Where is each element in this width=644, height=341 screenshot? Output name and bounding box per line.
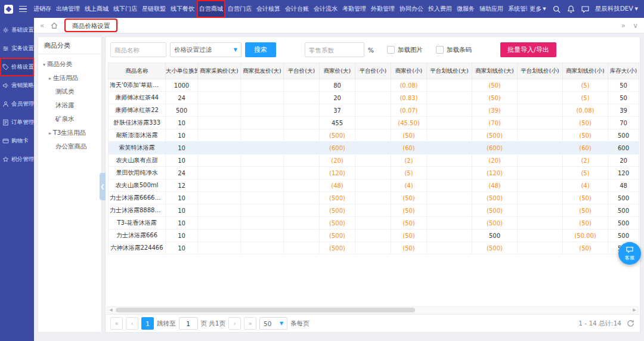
price-cell[interactable]: (500) (472, 217, 518, 230)
price-cell[interactable] (355, 230, 391, 242)
price-cell[interactable]: (600) (320, 142, 355, 154)
price-cell[interactable]: (500) (320, 204, 355, 217)
price-cell[interactable] (241, 204, 284, 217)
message-icon[interactable] (581, 5, 590, 14)
price-cell[interactable]: (20) (472, 154, 518, 167)
sidebar-item[interactable]: 价格设置 (0, 58, 34, 76)
price-cell[interactable]: (500) (320, 129, 355, 142)
price-cell[interactable]: 500 (608, 192, 639, 204)
price-cell[interactable] (427, 104, 472, 117)
price-cell[interactable]: 20 (608, 154, 639, 167)
price-cell[interactable]: (2) (563, 154, 608, 167)
price-cell[interactable]: (50) (472, 79, 518, 92)
price-cell[interactable]: (60) (391, 142, 427, 154)
price-cell[interactable] (355, 142, 391, 154)
price-cell[interactable]: 500 (608, 217, 639, 230)
price-cell[interactable]: (500) (320, 230, 355, 242)
search-icon[interactable] (552, 5, 561, 14)
price-cell[interactable] (427, 217, 472, 230)
price-cell[interactable]: (500) (472, 242, 518, 255)
price-cell[interactable]: (48) (472, 179, 518, 192)
price-cell[interactable]: 1000 (166, 79, 198, 92)
expand-arrow-icon[interactable]: ▸ (49, 131, 51, 136)
last-page-button[interactable]: » (244, 317, 256, 330)
price-cell[interactable] (355, 179, 391, 192)
price-cell[interactable] (241, 217, 284, 230)
search-button[interactable]: 搜索 (245, 42, 276, 57)
price-cell[interactable]: (39) (472, 104, 518, 117)
price-cell[interactable]: (0.08) (563, 104, 608, 117)
price-cell[interactable] (427, 129, 472, 142)
price-cell[interactable]: 37 (320, 104, 355, 117)
price-cell[interactable]: 10 (166, 242, 198, 255)
nav-item[interactable]: 星链联盟 (140, 0, 168, 18)
price-cell[interactable]: 500 (166, 104, 198, 117)
table-row[interactable]: 索芙特沐浴露10(600)(60)(600)(60)600 (109, 142, 639, 154)
price-cell[interactable]: 48 (608, 179, 639, 192)
price-cell[interactable] (355, 117, 391, 129)
price-cell[interactable] (355, 154, 391, 167)
nav-item[interactable]: 线上商城 (82, 0, 111, 18)
price-cell[interactable]: (50.00) (563, 230, 608, 242)
price-cell[interactable]: (60) (563, 142, 608, 154)
nav-item-more[interactable]: 更多▼ (527, 5, 548, 13)
price-cell[interactable] (198, 154, 241, 167)
price-cell[interactable]: 10 (166, 204, 198, 217)
price-cell[interactable]: (500) (472, 129, 518, 142)
price-cell[interactable]: (48) (320, 179, 355, 192)
price-cell[interactable] (241, 192, 284, 204)
load-barcode-checkbox[interactable]: 加载条码 (436, 46, 472, 54)
price-cell[interactable]: (50) (391, 192, 427, 204)
price-cell[interactable]: 12 (166, 179, 198, 192)
price-cell[interactable]: 455 (320, 117, 355, 129)
expand-arrow-icon[interactable]: ▸ (49, 76, 51, 81)
horizontal-scrollbar[interactable]: ◀ ▶ (107, 306, 639, 314)
price-cell[interactable] (198, 142, 241, 154)
price-cell[interactable] (241, 92, 284, 104)
price-cell[interactable]: (4) (563, 179, 608, 192)
price-cell[interactable] (427, 79, 472, 92)
price-cell[interactable]: (50) (563, 117, 608, 129)
sidebar-item[interactable]: 积分管理 (0, 150, 34, 169)
tab-product-price-settings[interactable]: 商品价格设置 (66, 20, 116, 31)
tree-item[interactable]: 办公室商品 (38, 140, 101, 153)
price-cell[interactable]: (50) (563, 129, 608, 142)
sidebar-item[interactable]: 会员管理 (0, 95, 34, 113)
price-cell[interactable] (355, 104, 391, 117)
price-cell[interactable]: (0.08) (391, 79, 427, 92)
current-page-button[interactable]: 1 (141, 317, 154, 330)
price-cell[interactable] (284, 142, 320, 154)
price-cell[interactable] (427, 230, 472, 242)
price-cell[interactable]: 500 (472, 230, 518, 242)
collapse-arrow-icon[interactable]: ▾ (43, 62, 45, 67)
price-cell[interactable] (241, 79, 284, 92)
price-cell[interactable]: (2) (391, 154, 427, 167)
sidebar-item[interactable]: 基础设置 (0, 21, 34, 39)
price-cell[interactable]: (50) (391, 230, 427, 242)
price-cell[interactable] (198, 92, 241, 104)
price-cell[interactable] (518, 179, 563, 192)
price-cell[interactable]: (600) (472, 142, 518, 154)
price-cell[interactable]: (120) (320, 167, 355, 179)
table-row[interactable]: 康师傅冰红茶442420(0.83)(50)(5)50 (109, 92, 639, 104)
price-cell[interactable]: 500 (608, 204, 639, 217)
price-cell[interactable]: (50) (563, 242, 608, 255)
nav-item[interactable]: 考勤管理 (340, 0, 369, 18)
table-row[interactable]: 景田饮用纯净水24(120)(5)(120)(5)120 (109, 167, 639, 179)
price-cell[interactable] (355, 167, 391, 179)
price-cell[interactable]: (5) (563, 92, 608, 104)
price-cell[interactable] (427, 192, 472, 204)
price-cell[interactable]: (50) (391, 242, 427, 255)
price-cell[interactable] (241, 230, 284, 242)
price-cell[interactable] (427, 242, 472, 255)
table-row[interactable]: 力士沐浴露66610(500)(50)500(50.00)500 (109, 230, 639, 242)
price-cell[interactable]: 50 (608, 92, 639, 104)
collapse-panel-handle[interactable]: ❮ (100, 173, 106, 200)
tree-item[interactable]: 测试类 (38, 85, 101, 98)
price-cell[interactable] (518, 230, 563, 242)
price-cell[interactable] (241, 142, 284, 154)
nav-item[interactable]: 会计流水 (311, 0, 340, 18)
price-cell[interactable] (198, 230, 241, 242)
nav-item[interactable]: 外勤管理 (369, 0, 397, 18)
price-cell[interactable] (241, 179, 284, 192)
